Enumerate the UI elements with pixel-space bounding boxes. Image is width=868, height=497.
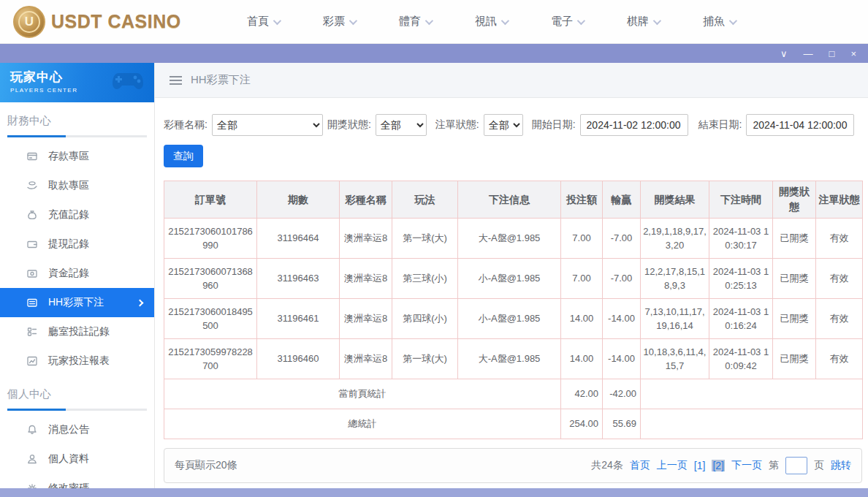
column-header: 玩法 (392, 181, 458, 219)
table-cell: 有效 (816, 299, 863, 339)
table-cell: 已開獎 (773, 219, 816, 259)
filter-bar: 彩種名稱: 全部 開獎狀態: 全部 注單狀態: 全部 開始日期: 結束日期: (164, 114, 863, 136)
close-window-icon[interactable]: × (850, 49, 856, 58)
deposit-card-icon (26, 151, 38, 162)
sidebar-item-wallet[interactable]: 提現記錄 (0, 229, 154, 259)
start-date-input[interactable] (580, 114, 688, 136)
sidebar-item-label: 個人資料 (48, 452, 89, 466)
sidebar-item-label: 提現記錄 (48, 238, 89, 251)
sidebar-item-gear[interactable]: 修改密碼 (0, 474, 154, 488)
nav-item-2[interactable]: 體育 (377, 15, 453, 29)
chevron-down-icon (577, 16, 585, 24)
sidebar-item-bell[interactable]: 消息公告 (0, 415, 154, 444)
table-cell: 2,19,1,18,9,17,3,20 (641, 219, 709, 259)
pager-link-1[interactable]: 上一页 (657, 459, 688, 472)
table-cell: 澳洲幸运8 (340, 259, 392, 299)
table-cell: 第四球(小) (392, 299, 458, 339)
nav-item-0[interactable]: 首頁 (225, 15, 301, 29)
bell-icon (26, 424, 38, 436)
table-cell: 第三球(小) (392, 259, 458, 299)
end-date-input[interactable] (746, 114, 854, 136)
sidebar-item-label: 存款專區 (48, 150, 89, 163)
table-cell: 2024-11-03 10:30:17 (709, 219, 773, 259)
chevron-down-icon (349, 16, 357, 24)
top-header: U USDT CASINO 首頁彩票體育視訊電子棋牌捕魚 (0, 0, 868, 44)
nav-item-label: 棋牌 (627, 15, 649, 29)
table-cell: 7.00 (561, 219, 603, 259)
section-underline (7, 135, 147, 137)
pager-link-2[interactable]: [1] (694, 460, 706, 471)
sidebar-item-label: 修改密碼 (48, 482, 89, 488)
table-cell: 已開獎 (773, 339, 816, 379)
pager-link-3[interactable]: [2] (712, 460, 725, 471)
table-cell: 第一球(大) (392, 219, 458, 259)
nav-item-5[interactable]: 棋牌 (605, 15, 681, 29)
jump-page-input[interactable] (785, 457, 807, 474)
nav-item-3[interactable]: 視訊 (453, 15, 529, 29)
lottery-name-select[interactable]: 全部 (212, 114, 323, 136)
draw-status-select[interactable]: 全部 (376, 114, 427, 136)
summary-bet-total: 42.00 (561, 379, 603, 409)
table-row: 215217305997822870031196460澳洲幸运8第一球(大)大-… (164, 339, 863, 379)
table-cell: 第一球(大) (392, 339, 458, 379)
table-cell: -7.00 (603, 219, 641, 259)
chevron-down-icon (501, 16, 509, 24)
nav-item-4[interactable]: 電子 (529, 15, 605, 29)
sidebar-item-label: 消息公告 (48, 423, 89, 436)
table-cell: 31196461 (257, 299, 340, 339)
pager-link-0[interactable]: 首页 (630, 459, 650, 472)
content-area: 彩種名稱: 全部 開獎狀態: 全部 注單狀態: 全部 開始日期: 結束日期: 查… (155, 98, 868, 483)
table-cell: 7,13,10,11,17,19,16,14 (641, 299, 709, 339)
sidebar-item-deposit-card[interactable]: 存款專區 (0, 142, 154, 171)
hamburger-menu-icon[interactable] (170, 74, 182, 87)
sidebar-item-user[interactable]: 個人資料 (0, 444, 154, 474)
maximize-window-icon[interactable]: □ (829, 49, 835, 58)
nav-item-label: 首頁 (247, 15, 269, 29)
sidebar-item-report-chart[interactable]: 玩家投注報表 (0, 346, 154, 376)
jump-suffix-label: 页 (814, 459, 824, 472)
table-cell: 31196460 (257, 339, 340, 379)
sidebar: 玩家中心 PLAYERS CENTER 財務中心存款專區取款專區充值記錄提現記錄… (0, 63, 155, 488)
bets-table: 訂單號期數彩種名稱玩法下注信息投注額輸贏開獎結果下注時間開獎狀態注單狀態 215… (164, 181, 863, 439)
sidebar-item-hall-list[interactable]: 廳室投註記錄 (0, 317, 154, 346)
table-cell: -7.00 (603, 259, 641, 299)
table-cell: 已開獎 (773, 299, 816, 339)
search-button[interactable]: 查詢 (164, 145, 203, 167)
sidebar-item-label: 玩家投注報表 (48, 354, 110, 368)
order-status-select[interactable]: 全部 (484, 114, 523, 136)
sidebar-item-label: 資金記錄 (48, 267, 89, 280)
table-cell: 31196463 (257, 259, 340, 299)
column-header: 彩種名稱 (340, 181, 392, 219)
table-cell: 12,2,17,8,15,18,9,3 (641, 259, 709, 299)
nav-item-1[interactable]: 彩票 (301, 15, 377, 29)
start-date-label: 開始日期: (532, 118, 576, 132)
sidebar-item-lottery-ticket[interactable]: HH彩票下注 (0, 288, 154, 317)
table-cell: 2152173060101786990 (164, 219, 257, 259)
main-navigation: 首頁彩票體育視訊電子棋牌捕魚 (196, 15, 855, 29)
nav-item-6[interactable]: 捕魚 (681, 15, 757, 29)
chevron-down-icon (729, 16, 737, 24)
report-chart-icon (26, 355, 38, 367)
gear-icon (26, 482, 38, 488)
section-underline (7, 409, 147, 411)
collapse-window-icon[interactable]: ∨ (780, 49, 788, 58)
column-header: 訂單號 (164, 181, 257, 219)
pager-link-4[interactable]: 下一页 (731, 459, 762, 472)
column-header: 期數 (257, 181, 340, 219)
jump-go-link[interactable]: 跳转 (831, 459, 851, 472)
lottery-name-label: 彩種名稱: (164, 118, 208, 132)
sidebar-item-label: 廳室投註記錄 (48, 325, 110, 338)
nav-item-label: 視訊 (475, 15, 497, 29)
table-cell: 2024-11-03 10:09:42 (709, 339, 773, 379)
column-header: 下注信息 (458, 181, 561, 219)
total-count-text: 共24条 (591, 459, 623, 472)
sidebar-item-funds[interactable]: 資金記錄 (0, 259, 154, 288)
end-date-label: 結束日期: (698, 118, 742, 132)
brand-logo[interactable]: U USDT CASINO (13, 6, 196, 38)
sidebar-item-withdraw-hand[interactable]: 取款專區 (0, 171, 154, 200)
column-header: 注單狀態 (816, 181, 863, 219)
draw-status-label: 開獎狀態: (327, 118, 371, 132)
minimize-window-icon[interactable]: — (804, 49, 813, 58)
summary-row: 當前頁統計42.00-42.00 (164, 379, 863, 409)
sidebar-item-moneybag[interactable]: 充值記錄 (0, 200, 154, 229)
